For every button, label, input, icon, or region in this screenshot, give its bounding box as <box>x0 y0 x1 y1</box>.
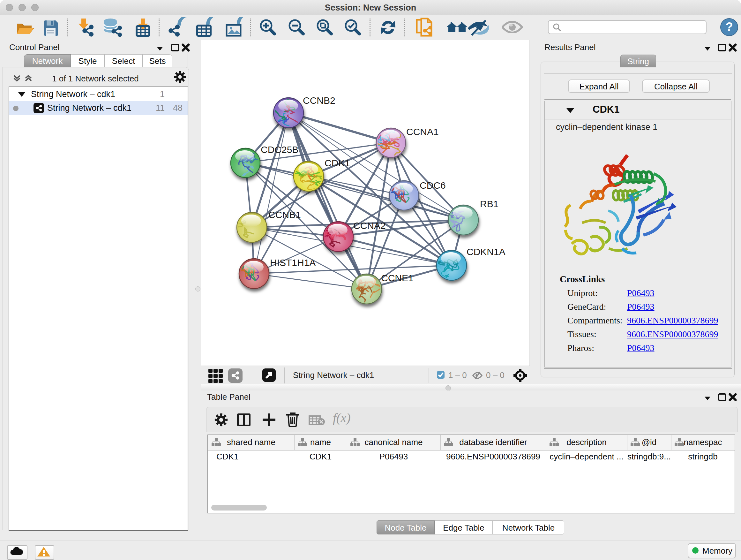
svg-text:CDC6: CDC6 <box>420 180 446 191</box>
svg-text:CDK1: CDK1 <box>325 158 350 168</box>
svg-text:CCNA1: CCNA1 <box>406 126 439 137</box>
svg-text:CCNE1: CCNE1 <box>381 273 414 283</box>
svg-text:CDC25B: CDC25B <box>261 144 298 155</box>
svg-text:CCNB1: CCNB1 <box>268 209 301 220</box>
svg-text:CDKN1A: CDKN1A <box>467 246 506 257</box>
svg-text:HIST1H1A: HIST1H1A <box>270 257 316 268</box>
svg-text:?: ? <box>725 20 733 34</box>
svg-text:RB1: RB1 <box>480 199 498 209</box>
svg-text:CCNA2: CCNA2 <box>353 220 386 231</box>
svg-text:CCNB2: CCNB2 <box>303 95 335 106</box>
